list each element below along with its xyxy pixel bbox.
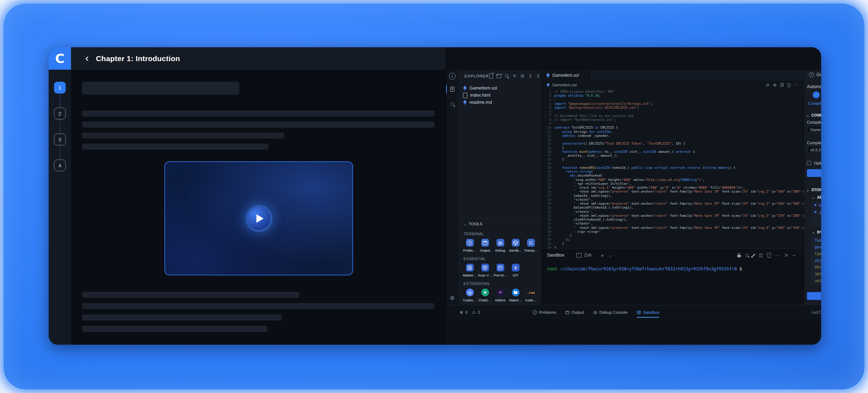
section-abi[interactable]: ⌄ AB bbox=[812, 195, 821, 199]
zoom-out-icon[interactable]: ⊖ bbox=[766, 82, 770, 87]
code-editor[interactable]: 1// SPDX-License-Identifier: MIT2pragma … bbox=[542, 89, 804, 248]
code-line: 1// SPDX-License-Identifier: MIT bbox=[542, 90, 804, 94]
compile-button[interactable] bbox=[807, 169, 821, 177]
tool-git[interactable]: GIT bbox=[508, 264, 523, 277]
tool-debug[interactable]: Debug bbox=[493, 239, 508, 252]
extension-material-icons[interactable]: Materi… bbox=[508, 289, 523, 302]
split-terminal-icon[interactable]: ◫ bbox=[759, 253, 763, 258]
tool-output[interactable]: Output bbox=[477, 239, 493, 252]
refresh-button[interactable]: ↻ bbox=[512, 73, 517, 79]
activity-search-button[interactable] bbox=[446, 99, 459, 109]
compile-file-select[interactable]: GameIte bbox=[807, 126, 821, 133]
minimize-panel-icon[interactable]: − bbox=[792, 253, 796, 258]
maximize-panel-icon[interactable]: ⇲ bbox=[784, 253, 788, 258]
download-button[interactable]: ↧ bbox=[528, 73, 533, 79]
open-preview-button[interactable] bbox=[780, 83, 783, 87]
file-row-readme[interactable]: readme.md bbox=[459, 99, 542, 106]
play-button[interactable] bbox=[248, 207, 270, 230]
upload-button[interactable]: ↥ bbox=[536, 73, 541, 79]
code-text: } bbox=[554, 146, 564, 150]
new-terminal-button[interactable]: + bbox=[601, 252, 604, 258]
code-line: 36 ' </g> </svg>' bbox=[542, 230, 804, 234]
code-text: import "@openzeppelin/contracts/utils/St… bbox=[554, 102, 652, 106]
code-line: 17 _mint(to_, slot_, amount_); bbox=[542, 154, 804, 158]
skeleton-above bbox=[82, 111, 435, 150]
section-bytecode[interactable]: ⌄ BY bbox=[812, 230, 821, 234]
abi-box: ▶0:▶1: { bbox=[811, 201, 821, 226]
kill-terminal-icon[interactable] bbox=[767, 253, 771, 258]
activity-files-button[interactable] bbox=[446, 84, 459, 95]
terminal-tools-row: ? Proble… Output bbox=[459, 239, 542, 252]
code-line: 25 ' <rect id="svg_1" height="600" width… bbox=[542, 186, 804, 190]
step-2[interactable]: 2 bbox=[54, 108, 66, 119]
lesson-content bbox=[71, 70, 446, 345]
step-1[interactable]: 1 bbox=[54, 82, 66, 93]
zsh-tab[interactable]: Zsh bbox=[576, 253, 591, 258]
section-compiler[interactable]: ⌄ COMPI bbox=[806, 113, 821, 117]
line-number: 34 bbox=[542, 222, 554, 226]
back-button[interactable]: ‹ bbox=[85, 53, 89, 63]
ethereum-icon bbox=[463, 86, 467, 91]
breadcrumb: GameItem.sol ⊖ ⊕ ◫ ⋯ bbox=[542, 81, 804, 89]
bytecode-item: func bbox=[815, 238, 821, 242]
tab-output[interactable]: Output bbox=[565, 305, 584, 319]
more-actions-icon[interactable]: ⋯ bbox=[794, 82, 799, 87]
abi-item[interactable]: ▶0: bbox=[815, 203, 821, 208]
code-line: 33 slotOf(tokenId_).toString(), bbox=[542, 218, 804, 222]
line-number: 31 bbox=[542, 210, 554, 214]
line-number: 10 bbox=[542, 126, 554, 130]
tool-marketplace[interactable]: Market… bbox=[462, 264, 477, 277]
file-row-index[interactable]: index.html bbox=[459, 92, 542, 99]
tool-scan-validator[interactable]: Scan V… bbox=[477, 264, 493, 277]
deploy-button[interactable] bbox=[807, 292, 821, 300]
tool-transactions[interactable]: Transa… bbox=[523, 239, 538, 252]
section-storage[interactable]: ⌄ STORA bbox=[806, 188, 821, 192]
compiler-body: ? Gu Automa ✓ Compil ⌄ COMPI Compile f G… bbox=[804, 70, 821, 305]
search-files-button[interactable] bbox=[504, 73, 509, 79]
collapse-all-button[interactable]: ⊟ bbox=[520, 73, 525, 79]
step-4[interactable]: 4 bbox=[54, 160, 66, 171]
collapse-sidebar-button[interactable]: ‹ bbox=[449, 73, 456, 80]
step-3[interactable]: 3 bbox=[54, 134, 66, 145]
tab-gameitem[interactable]: GameItem.sol bbox=[542, 70, 590, 81]
split-editor-icon[interactable]: ◫ bbox=[787, 82, 791, 87]
terminal-search-icon[interactable] bbox=[745, 254, 749, 257]
video-player[interactable] bbox=[164, 161, 353, 275]
step-list: 1234 bbox=[54, 82, 66, 171]
extension-code-runner[interactable]: .run Code… bbox=[523, 289, 538, 302]
line-number: 23 bbox=[542, 178, 554, 182]
ethereum-icon bbox=[547, 83, 550, 87]
warnings-icon: ⚠ bbox=[472, 310, 476, 315]
extension-codeswap[interactable]: ◎ Codes… bbox=[462, 289, 477, 302]
compiler-version-select[interactable]: v0.8.20+ bbox=[807, 146, 821, 153]
zoom-in-icon[interactable]: ⊕ bbox=[773, 82, 777, 87]
skeleton-title bbox=[82, 82, 239, 95]
tab-problems[interactable]: ? Problems bbox=[533, 305, 557, 319]
clear-terminal-icon[interactable] bbox=[753, 253, 754, 257]
new-file-button[interactable] bbox=[489, 73, 494, 79]
lock-icon[interactable] bbox=[737, 253, 741, 257]
extension-chatgpt[interactable]: ✻ ChatG… bbox=[477, 289, 493, 302]
tools-section-header[interactable]: ⌄ TOOLS bbox=[459, 220, 542, 227]
tool-port-manager[interactable]: Port M… bbox=[493, 264, 508, 277]
panel-tabs: ? Problems Output Debug Console Sandbox bbox=[533, 305, 660, 319]
errors-icon: ⊗ bbox=[460, 310, 463, 315]
optimization-checkbox-row[interactable]: Optim bbox=[807, 161, 821, 165]
tool-sandbox[interactable]: Sandb… bbox=[508, 239, 523, 252]
compiler-version-label: Compiler bbox=[807, 141, 821, 145]
tab-debug-console[interactable]: Debug Console bbox=[593, 305, 628, 319]
guide-button[interactable]: ? Gu bbox=[809, 72, 821, 77]
file-row-gameitem[interactable]: GameItem.sol bbox=[459, 85, 542, 92]
extension-gitlens[interactable]: ✦ Gitlens bbox=[493, 289, 508, 302]
tab-sandbox[interactable]: Sandbox bbox=[637, 305, 659, 319]
new-folder-button[interactable] bbox=[497, 73, 501, 79]
problem-counts[interactable]: ⊗ 0 ⚠ 0 bbox=[460, 310, 480, 315]
tool-problems[interactable]: ? Proble… bbox=[462, 239, 477, 252]
abi-item[interactable]: ▶1: { bbox=[815, 210, 821, 215]
terminal-dropdown-icon[interactable]: ⌄ bbox=[609, 253, 612, 258]
settings-gear-button[interactable]: ⚙ bbox=[450, 295, 455, 301]
terminal-more-icon[interactable]: ⋯ bbox=[775, 253, 780, 258]
terminal-prompt[interactable]: root ~/chainide/fhwiur9283yr938ryf38efrh… bbox=[547, 267, 804, 271]
code-line: 22 abi.encodePacked( bbox=[542, 174, 804, 178]
bytecode-box: funcgenelinkrobje09f03030uh3c bbox=[811, 236, 821, 286]
